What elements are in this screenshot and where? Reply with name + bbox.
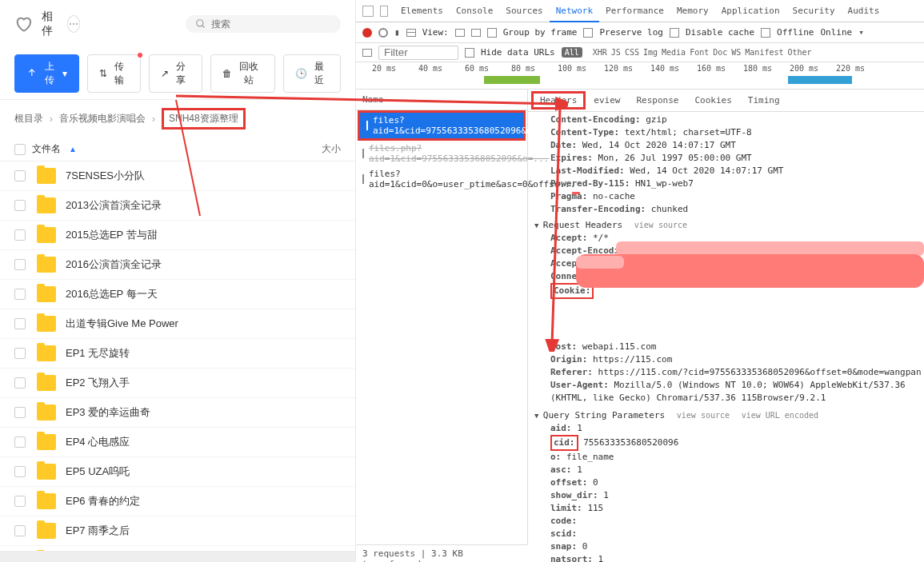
devtools-tab-network[interactable]: Network	[550, 1, 599, 22]
file-row[interactable]: EP1 无尽旋转	[0, 339, 355, 369]
filter-input[interactable]	[378, 46, 458, 60]
file-row[interactable]: EP6 青春的约定	[0, 487, 355, 516]
share-button[interactable]: ↗ 分享	[149, 54, 202, 93]
file-row[interactable]: EP4 心电感应	[0, 428, 355, 457]
scrollbar-track[interactable]	[0, 551, 355, 562]
type-font[interactable]: Font	[690, 48, 709, 57]
hide-data-urls-checkbox[interactable]	[465, 48, 474, 58]
select-all-checkbox[interactable]	[14, 144, 26, 155]
funnel-icon[interactable]	[362, 49, 372, 57]
tab-cookies[interactable]: Cookies	[686, 90, 739, 110]
tab-timing[interactable]: Timing	[740, 90, 788, 110]
type-all[interactable]: All	[562, 47, 582, 58]
type-css[interactable]: CSS	[625, 48, 639, 57]
request-row-selected[interactable]: files?aid=1&cid=975563335368052096&o=fil…	[360, 113, 523, 138]
type-media[interactable]: Media	[662, 48, 686, 57]
transfer-button[interactable]: ⇅ 传输	[87, 54, 141, 93]
disable-cache-checkbox[interactable]	[670, 28, 679, 38]
devtools-tab-elements[interactable]: Elements	[394, 1, 450, 21]
folder-icon	[37, 493, 56, 509]
file-row[interactable]: 2013公演首演全记录	[0, 191, 355, 221]
devtools-tab-sources[interactable]: Sources	[499, 1, 549, 21]
timeline[interactable]: 20 ms40 ms60 ms80 ms100 ms120 ms140 ms16…	[356, 62, 924, 90]
timeline-tick: 60 ms	[465, 64, 489, 73]
type-xhr[interactable]: XHR	[593, 48, 607, 57]
request-row[interactable]: files?aid=1&cid=0&o=user_ptime&asc=0&off…	[356, 166, 527, 192]
recycle-button[interactable]: 🗑 回收站	[210, 54, 275, 93]
document-icon	[362, 149, 364, 158]
name-header[interactable]: Name	[356, 90, 527, 110]
search-input[interactable]	[186, 15, 341, 33]
devtools-tab-memory[interactable]: Memory	[670, 1, 715, 21]
file-row[interactable]: 2016总选EP 每一天	[0, 280, 355, 309]
file-row[interactable]: 2015总选EP 苦与甜	[0, 221, 355, 250]
type-ws[interactable]: WS	[731, 48, 741, 57]
devtools-tab-audits[interactable]: Audits	[842, 1, 886, 21]
preserve-log-checkbox[interactable]	[583, 28, 593, 38]
heart-icon[interactable]	[14, 15, 32, 33]
breadcrumb-mid[interactable]: 音乐视频电影演唱会	[59, 112, 146, 126]
row-checkbox[interactable]	[14, 289, 26, 300]
record-icon[interactable]	[362, 28, 372, 38]
censor-block	[576, 254, 924, 288]
devtools-tab-console[interactable]: Console	[450, 1, 499, 21]
breadcrumb-root[interactable]: 根目录	[14, 112, 43, 126]
filter-icon[interactable]	[406, 29, 416, 37]
type-doc[interactable]: Doc	[713, 48, 727, 57]
inspect-icon[interactable]	[362, 6, 374, 17]
file-row[interactable]: EP3 爱的幸运曲奇	[0, 398, 355, 428]
request-row[interactable]: files.php?aid=1&cid=975563335368052096&o…	[356, 141, 527, 166]
file-row[interactable]: 出道专辑Give Me Power	[0, 309, 355, 339]
upload-button[interactable]: 上传 ▾	[14, 54, 79, 93]
file-name: EP6 青春的约定	[66, 494, 140, 508]
recent-button[interactable]: 🕒 最近	[283, 54, 341, 93]
row-checkbox[interactable]	[14, 318, 26, 329]
folder-icon	[37, 286, 56, 302]
row-checkbox[interactable]	[14, 348, 26, 359]
row-checkbox[interactable]	[14, 407, 26, 418]
view-list-icon[interactable]	[455, 29, 465, 37]
row-checkbox[interactable]	[14, 466, 26, 477]
col-size-label[interactable]: 大小	[306, 142, 341, 156]
folder-icon	[37, 375, 56, 391]
row-checkbox[interactable]	[14, 200, 26, 211]
file-row[interactable]: 7SENSES小分队	[0, 161, 355, 191]
offline-checkbox[interactable]	[761, 28, 770, 38]
breadcrumb-current-highlight[interactable]: SNH48资源整理	[162, 108, 246, 130]
devtools-tab-security[interactable]: Security	[786, 1, 842, 21]
type-manifest[interactable]: Manifest	[745, 48, 783, 57]
row-checkbox[interactable]	[14, 170, 26, 181]
folder-icon	[37, 168, 56, 184]
devtools-tab-application[interactable]: Application	[715, 1, 786, 21]
row-checkbox[interactable]	[14, 496, 26, 507]
folder-icon	[37, 523, 56, 539]
timeline-tick: 160 ms	[697, 64, 726, 73]
tab-response[interactable]: Response	[628, 90, 686, 110]
tab-headers-highlight[interactable]: Headers	[531, 91, 586, 110]
type-other[interactable]: Other	[788, 48, 812, 57]
type-js[interactable]: JS	[611, 48, 621, 57]
group-by-frame-checkbox[interactable]	[487, 28, 497, 38]
view-large-icon[interactable]	[471, 29, 481, 37]
col-name-label[interactable]: 文件名	[32, 142, 61, 156]
file-row[interactable]: EP2 飞翔入手	[0, 369, 355, 398]
more-icon[interactable]: ⋯	[67, 15, 80, 33]
document-icon	[362, 174, 364, 184]
row-checkbox[interactable]	[14, 525, 26, 536]
search-field[interactable]	[211, 18, 331, 30]
file-name: EP2 飞翔入手	[66, 376, 130, 390]
device-icon[interactable]	[380, 6, 388, 17]
row-checkbox[interactable]	[14, 259, 26, 270]
file-row[interactable]: EP7 雨季之后	[0, 516, 355, 546]
file-row[interactable]: EP5 UZA呜吒	[0, 457, 355, 487]
file-row[interactable]: 2016公演首演全记录	[0, 250, 355, 280]
timeline-tick: 180 ms	[743, 64, 772, 73]
row-checkbox[interactable]	[14, 229, 26, 241]
tab-preview[interactable]: eview	[586, 90, 628, 110]
devtools-tab-performance[interactable]: Performance	[599, 1, 670, 21]
row-checkbox[interactable]	[14, 377, 26, 389]
file-name: EP5 UZA呜吒	[66, 464, 130, 479]
row-checkbox[interactable]	[14, 436, 26, 448]
clear-icon[interactable]	[378, 28, 388, 38]
type-img[interactable]: Img	[643, 48, 658, 57]
